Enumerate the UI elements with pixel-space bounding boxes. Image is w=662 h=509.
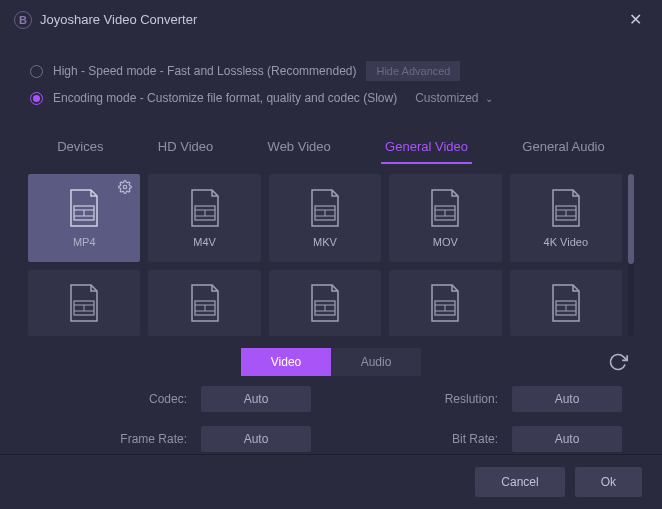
bitrate-label: Bit Rate: (452, 432, 498, 446)
file-video-icon (67, 283, 101, 323)
customized-label: Customized (415, 91, 478, 105)
cancel-button[interactable]: Cancel (475, 467, 564, 497)
high-speed-label: High - Speed mode - Fast and Lossless (R… (53, 64, 356, 78)
encoding-label: Encoding mode - Customize file format, q… (53, 91, 397, 105)
file-video-icon (308, 283, 342, 323)
file-video-icon (188, 283, 222, 323)
format-card-mp4[interactable]: MP4 (28, 174, 140, 262)
radio-selected-icon[interactable] (30, 92, 43, 105)
file-video-icon (428, 188, 462, 228)
setting-bitrate: Bit Rate: Auto (351, 426, 622, 452)
format-label: 4K Video (544, 236, 588, 248)
format-label: M4V (193, 236, 216, 248)
format-label: MKV (313, 236, 337, 248)
format-card[interactable] (148, 270, 260, 336)
setting-resolution: Reslution: Auto (351, 386, 622, 412)
hide-advanced-button[interactable]: Hide Advanced (366, 61, 460, 81)
format-card-mkv[interactable]: MKV (269, 174, 381, 262)
refresh-icon[interactable] (608, 352, 628, 376)
format-grid-wrap: MP4 M4V MKV MOV 4K Video (28, 174, 634, 336)
framerate-label: Frame Rate: (120, 432, 187, 446)
tab-general-audio[interactable]: General Audio (518, 131, 608, 164)
ok-button[interactable]: Ok (575, 467, 642, 497)
footer: Cancel Ok (0, 454, 662, 509)
format-card-mov[interactable]: MOV (389, 174, 501, 262)
resolution-dropdown[interactable]: Auto (512, 386, 622, 412)
tab-web-video[interactable]: Web Video (264, 131, 335, 164)
tab-general-video[interactable]: General Video (381, 131, 472, 164)
file-video-icon (308, 188, 342, 228)
format-label: MP4 (73, 236, 96, 248)
setting-codec: Codec: Auto (40, 386, 311, 412)
gear-icon[interactable] (118, 180, 132, 198)
subtab-audio[interactable]: Audio (331, 348, 421, 376)
format-card[interactable] (510, 270, 622, 336)
scrollbar-thumb[interactable] (628, 174, 634, 264)
framerate-dropdown[interactable]: Auto (201, 426, 311, 452)
tab-devices[interactable]: Devices (53, 131, 107, 164)
encoding-mode-row[interactable]: Encoding mode - Customize file format, q… (30, 91, 632, 105)
file-video-icon (188, 188, 222, 228)
file-video-icon (549, 188, 583, 228)
window-title: Joyoshare Video Converter (40, 12, 197, 27)
format-card[interactable] (28, 270, 140, 336)
subtab-video[interactable]: Video (241, 348, 331, 376)
title-left: B Joyoshare Video Converter (14, 11, 197, 29)
file-video-icon (428, 283, 462, 323)
file-video-icon (67, 188, 101, 228)
scrollbar[interactable] (628, 174, 634, 336)
customized-dropdown[interactable]: Customized ⌄ (415, 91, 492, 105)
radio-unselected-icon[interactable] (30, 65, 43, 78)
category-tabs: Devices HD Video Web Video General Video… (0, 123, 662, 164)
svg-point-0 (124, 185, 128, 189)
format-card[interactable] (389, 270, 501, 336)
tab-hd-video[interactable]: HD Video (154, 131, 217, 164)
codec-dropdown[interactable]: Auto (201, 386, 311, 412)
format-card-4k-video[interactable]: 4K Video (510, 174, 622, 262)
close-icon[interactable]: ✕ (623, 8, 648, 31)
high-speed-mode-row[interactable]: High - Speed mode - Fast and Lossless (R… (30, 61, 632, 81)
codec-label: Codec: (149, 392, 187, 406)
setting-framerate: Frame Rate: Auto (40, 426, 311, 452)
sub-tabs: Video Audio (0, 348, 662, 376)
app-logo-icon: B (14, 11, 32, 29)
titlebar: B Joyoshare Video Converter ✕ (0, 0, 662, 39)
file-video-icon (549, 283, 583, 323)
resolution-label: Reslution: (445, 392, 498, 406)
bitrate-dropdown[interactable]: Auto (512, 426, 622, 452)
format-card-m4v[interactable]: M4V (148, 174, 260, 262)
format-label: MOV (433, 236, 458, 248)
format-grid: MP4 M4V MKV MOV 4K Video (28, 174, 622, 336)
chevron-down-icon: ⌄ (485, 93, 493, 104)
mode-options: High - Speed mode - Fast and Lossless (R… (0, 39, 662, 123)
format-card[interactable] (269, 270, 381, 336)
